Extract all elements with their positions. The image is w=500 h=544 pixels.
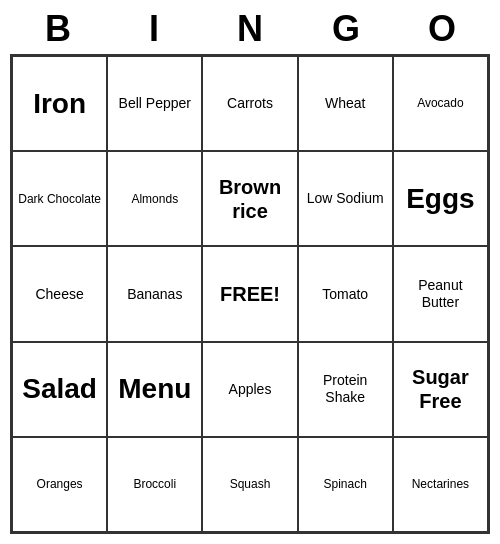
bingo-cell-1-3: Low Sodium xyxy=(298,151,393,246)
bingo-cell-3-0: Salad xyxy=(12,342,107,437)
bingo-cell-1-2: Brown rice xyxy=(202,151,297,246)
bingo-letter-b: B xyxy=(14,8,102,50)
bingo-cell-0-2: Carrots xyxy=(202,56,297,151)
bingo-cell-3-1: Menu xyxy=(107,342,202,437)
bingo-header: BINGO xyxy=(10,0,490,54)
bingo-cell-4-1: Broccoli xyxy=(107,437,202,532)
bingo-cell-4-3: Spinach xyxy=(298,437,393,532)
bingo-cell-0-3: Wheat xyxy=(298,56,393,151)
bingo-cell-2-2: FREE! xyxy=(202,246,297,341)
bingo-cell-0-0: Iron xyxy=(12,56,107,151)
bingo-cell-3-3: Protein Shake xyxy=(298,342,393,437)
bingo-cell-1-4: Eggs xyxy=(393,151,488,246)
bingo-cell-4-4: Nectarines xyxy=(393,437,488,532)
bingo-cell-3-2: Apples xyxy=(202,342,297,437)
bingo-letter-n: N xyxy=(206,8,294,50)
bingo-cell-2-4: Peanut Butter xyxy=(393,246,488,341)
bingo-cell-3-4: Sugar Free xyxy=(393,342,488,437)
bingo-cell-1-0: Dark Chocolate xyxy=(12,151,107,246)
bingo-cell-2-3: Tomato xyxy=(298,246,393,341)
bingo-cell-4-2: Squash xyxy=(202,437,297,532)
bingo-cell-1-1: Almonds xyxy=(107,151,202,246)
bingo-cell-2-1: Bananas xyxy=(107,246,202,341)
bingo-cell-0-4: Avocado xyxy=(393,56,488,151)
bingo-letter-o: O xyxy=(398,8,486,50)
bingo-cell-4-0: Oranges xyxy=(12,437,107,532)
bingo-grid: IronBell PepperCarrotsWheatAvocadoDark C… xyxy=(10,54,490,534)
bingo-letter-i: I xyxy=(110,8,198,50)
bingo-cell-0-1: Bell Pepper xyxy=(107,56,202,151)
bingo-cell-2-0: Cheese xyxy=(12,246,107,341)
bingo-letter-g: G xyxy=(302,8,390,50)
